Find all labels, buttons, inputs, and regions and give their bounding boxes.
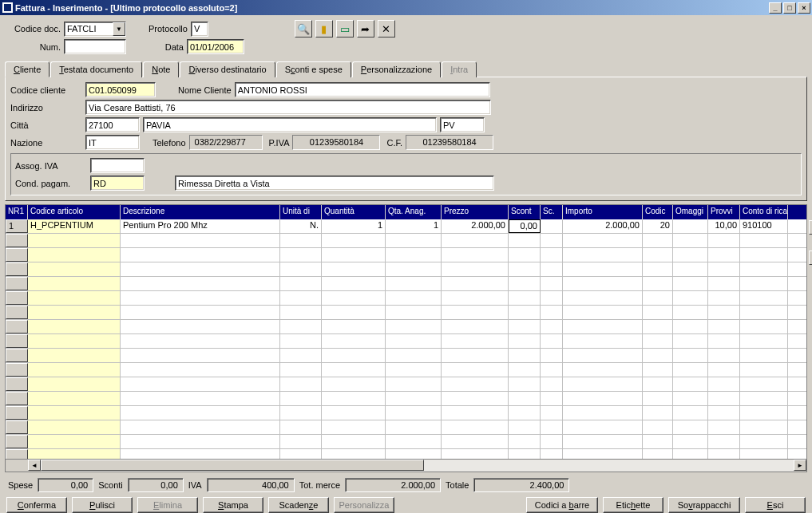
table-row[interactable] — [6, 306, 806, 320]
forward-icon[interactable]: ➦ — [357, 20, 374, 37]
table-row[interactable] — [6, 334, 806, 349]
table-row[interactable] — [6, 349, 806, 363]
table-row[interactable] — [6, 277, 806, 291]
scroll-right-icon[interactable]: ► — [794, 460, 806, 471]
stampa-button[interactable]: Stampa — [203, 497, 263, 513]
conferma-button[interactable]: Conferma — [6, 497, 67, 513]
tab-diverso[interactable]: Diverso destinatario — [180, 61, 275, 77]
tab-personalizzazione[interactable]: Personalizzazione — [352, 61, 441, 77]
col-nr[interactable]: NR1 — [6, 205, 28, 219]
table-row[interactable] — [6, 262, 806, 277]
close-button[interactable]: × — [798, 2, 810, 14]
table-row[interactable] — [6, 377, 806, 392]
tab-note[interactable]: Note — [143, 61, 179, 77]
row-down-button[interactable]: ▼ — [809, 251, 812, 265]
cell-codic[interactable]: 20 — [643, 219, 673, 233]
citta-input[interactable] — [143, 117, 437, 132]
scroll-thumb[interactable] — [41, 460, 424, 471]
table-row[interactable] — [6, 248, 806, 262]
row-up-button[interactable]: ▲ — [809, 220, 812, 235]
cell-prezzo[interactable]: 2.000,00 — [442, 219, 509, 233]
iva-label: IVA — [188, 480, 202, 490]
table-row[interactable] — [6, 363, 806, 377]
data-label: Data — [149, 42, 184, 52]
minimize-button[interactable]: _ — [769, 2, 782, 14]
col-descr[interactable]: Descrizione — [121, 205, 280, 219]
esci-button[interactable]: Esci — [745, 497, 806, 513]
pulisci-button[interactable]: Pulisci — [72, 497, 133, 513]
nazione-label: Nazione — [10, 138, 82, 148]
sconti-value: 0,00 — [128, 478, 184, 492]
col-qta-anag[interactable]: Qta. Anag. — [386, 205, 442, 219]
sconti-label: Sconti — [98, 480, 123, 490]
table-row[interactable] — [6, 420, 806, 435]
etichette-button[interactable]: Etichette — [603, 497, 663, 513]
svg-rect-1 — [4, 4, 11, 11]
tab-strip: Cliente Testata documento Note Diverso d… — [0, 56, 812, 77]
cond-input[interactable] — [90, 176, 145, 191]
table-row[interactable] — [6, 435, 806, 449]
codice-cliente-input[interactable] — [85, 82, 156, 97]
col-qta[interactable]: Quantità — [322, 205, 386, 219]
x-icon[interactable]: ✕ — [378, 20, 395, 37]
cell-scont[interactable]: 0,00 — [509, 219, 541, 233]
col-unita[interactable]: Unità di — [280, 205, 322, 219]
table-row[interactable] — [6, 320, 806, 334]
col-sc[interactable]: Sc. — [541, 205, 563, 219]
tab-cliente[interactable]: Cliente — [5, 61, 50, 77]
table-row[interactable] — [6, 406, 806, 420]
col-conto[interactable]: Conto di ricavo — [740, 205, 788, 219]
grid-hscroll[interactable]: ◄ ► — [5, 460, 807, 472]
tab-sconti[interactable]: Sconti e spese — [276, 61, 351, 77]
col-omaggi[interactable]: Omaggi — [673, 205, 708, 219]
codice-doc-combo[interactable]: ▼ — [64, 22, 126, 37]
book-icon[interactable]: ▭ — [336, 20, 354, 37]
scroll-left-icon[interactable]: ◄ — [28, 460, 41, 471]
table-row[interactable] — [6, 291, 806, 306]
cell-importo[interactable]: 2.000,00 — [563, 219, 643, 233]
cell-conto[interactable]: 910100 — [740, 219, 788, 233]
nome-cliente-input[interactable] — [235, 82, 490, 97]
cell-sc[interactable] — [541, 219, 563, 233]
table-row[interactable]: 1 H_PCPENTIUM Pentium Pro 200 Mhz N. 1 1… — [6, 219, 806, 234]
protocollo-input[interactable] — [191, 22, 208, 37]
tab-testata[interactable]: Testata documento — [50, 61, 142, 77]
iva-value: 400,00 — [207, 478, 295, 492]
col-provvi[interactable]: Provvi — [708, 205, 740, 219]
scadenze-button[interactable]: Scadenze — [268, 497, 329, 513]
col-scont[interactable]: Scont — [509, 205, 541, 219]
cell-unita[interactable]: N. — [280, 219, 322, 233]
col-importo[interactable]: Importo — [563, 205, 643, 219]
spese-value: 0,00 — [38, 478, 93, 492]
assog-input[interactable] — [90, 158, 145, 173]
table-row[interactable] — [6, 449, 806, 460]
col-codic[interactable]: Codic — [643, 205, 673, 219]
piva-value: 01239580184 — [292, 135, 380, 150]
cell-codice[interactable]: H_PCPENTIUM — [28, 219, 121, 233]
codice-cliente-label: Codice cliente — [10, 85, 82, 95]
sovrappacchi-button[interactable]: Sovrappacchi — [668, 497, 740, 513]
find-icon[interactable]: 🔍 — [295, 20, 312, 37]
codici-barre-button[interactable]: Codici a barre — [526, 497, 598, 513]
maximize-button[interactable]: □ — [783, 2, 796, 14]
cap-input[interactable] — [85, 117, 140, 132]
indirizzo-input[interactable] — [85, 100, 491, 115]
chevron-down-icon[interactable]: ▼ — [113, 22, 125, 36]
data-input[interactable] — [187, 39, 244, 54]
nazione-input[interactable] — [85, 135, 140, 150]
table-row[interactable] — [6, 392, 806, 406]
table-row[interactable] — [6, 234, 806, 248]
prov-input[interactable] — [440, 117, 485, 132]
cell-provvi[interactable]: 10,00 — [708, 219, 740, 233]
citta-label: Città — [10, 120, 82, 130]
cell-qta-anag[interactable]: 1 — [386, 219, 442, 233]
cell-descr[interactable]: Pentium Pro 200 Mhz — [121, 219, 280, 233]
note-icon[interactable]: ▮ — [315, 20, 333, 37]
col-codice[interactable]: Codice articolo — [28, 205, 121, 219]
totale-label: Totale — [446, 480, 469, 490]
cell-omaggi[interactable] — [673, 219, 708, 233]
num-input[interactable] — [64, 39, 126, 54]
telefono-label: Telefono — [152, 138, 186, 148]
cell-qta[interactable]: 1 — [322, 219, 386, 233]
col-prezzo[interactable]: Prezzo — [442, 205, 509, 219]
